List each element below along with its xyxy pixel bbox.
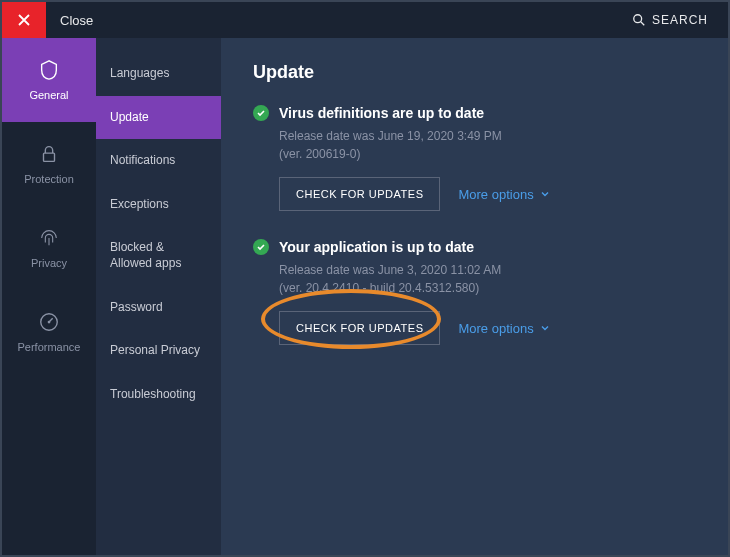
lock-icon	[38, 143, 60, 165]
svg-point-3	[48, 321, 51, 324]
svg-point-0	[634, 15, 642, 23]
svg-rect-1	[44, 153, 55, 161]
search-label: SEARCH	[652, 13, 708, 27]
subnav-notifications[interactable]: Notifications	[96, 139, 221, 183]
application-section: Your application is up to date Release d…	[253, 239, 696, 345]
nav-label: Privacy	[31, 257, 67, 269]
left-nav: General Protection Privacy Performance	[2, 38, 96, 555]
nav-general[interactable]: General	[2, 38, 96, 122]
top-bar: Close SEARCH	[2, 2, 728, 38]
close-button[interactable]	[2, 2, 46, 38]
fingerprint-icon	[38, 227, 60, 249]
main-container: General Protection Privacy Performance L…	[2, 38, 728, 555]
sub-nav: Languages Update Notifications Exception…	[96, 38, 221, 555]
check-icon	[253, 239, 269, 255]
nav-label: General	[29, 89, 68, 101]
close-icon	[18, 14, 30, 26]
more-options-label: More options	[458, 187, 533, 202]
version-info: (ver. 200619-0)	[279, 145, 696, 163]
section-header: Virus definitions are up to date	[253, 105, 696, 121]
shield-icon	[38, 59, 60, 81]
nav-privacy[interactable]: Privacy	[2, 206, 96, 290]
chevron-down-icon	[540, 189, 550, 199]
content-area: Update Virus definitions are up to date …	[221, 38, 728, 555]
subnav-exceptions[interactable]: Exceptions	[96, 183, 221, 227]
subnav-update[interactable]: Update	[96, 96, 221, 140]
subnav-languages[interactable]: Languages	[96, 52, 221, 96]
virus-definitions-section: Virus definitions are up to date Release…	[253, 105, 696, 211]
section-actions: CHECK FOR UPDATES More options	[279, 311, 696, 345]
chevron-down-icon	[540, 323, 550, 333]
section-title: Your application is up to date	[279, 239, 474, 255]
close-label: Close	[60, 13, 93, 28]
section-actions: CHECK FOR UPDATES More options	[279, 177, 696, 211]
subnav-blocked[interactable]: Blocked & Allowed apps	[96, 226, 221, 285]
check-icon	[253, 105, 269, 121]
check-updates-button[interactable]: CHECK FOR UPDATES	[279, 177, 440, 211]
section-header: Your application is up to date	[253, 239, 696, 255]
more-options-link[interactable]: More options	[458, 187, 549, 202]
more-options-link[interactable]: More options	[458, 321, 549, 336]
nav-protection[interactable]: Protection	[2, 122, 96, 206]
release-info: Release date was June 3, 2020 11:02 AM	[279, 261, 696, 279]
subnav-troubleshooting[interactable]: Troubleshooting	[96, 373, 221, 417]
search-button[interactable]: SEARCH	[632, 13, 708, 27]
subnav-personal[interactable]: Personal Privacy	[96, 329, 221, 373]
version-info: (ver. 20.4.2410 - build 20.4.5312.580)	[279, 279, 696, 297]
subnav-password[interactable]: Password	[96, 286, 221, 330]
nav-label: Protection	[24, 173, 74, 185]
section-title: Virus definitions are up to date	[279, 105, 484, 121]
nav-performance[interactable]: Performance	[2, 290, 96, 374]
nav-label: Performance	[18, 341, 81, 353]
check-updates-button[interactable]: CHECK FOR UPDATES	[279, 311, 440, 345]
page-title: Update	[253, 62, 696, 83]
more-options-label: More options	[458, 321, 533, 336]
search-icon	[632, 13, 646, 27]
gauge-icon	[38, 311, 60, 333]
release-info: Release date was June 19, 2020 3:49 PM	[279, 127, 696, 145]
